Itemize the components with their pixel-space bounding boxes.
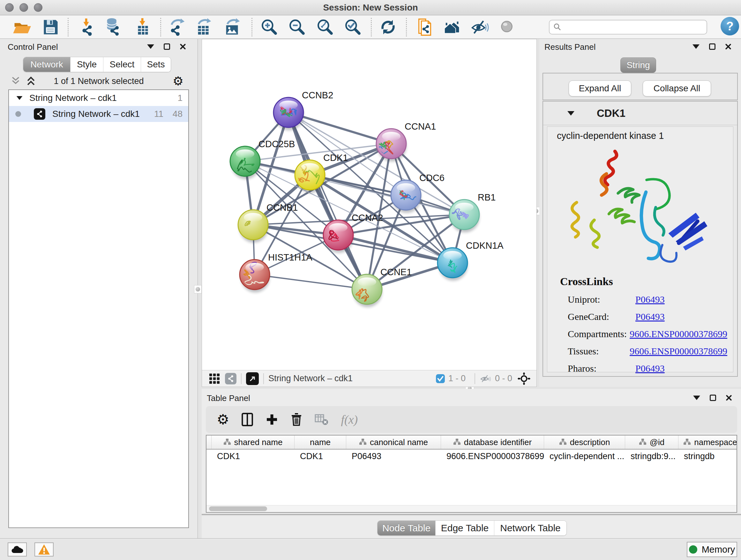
panel-menu-icon[interactable] (692, 44, 699, 49)
panel-close-icon[interactable] (726, 395, 732, 401)
zoom-fit-icon (315, 17, 334, 37)
network-collection-row[interactable]: String Network – cdk1 1 (9, 90, 188, 106)
entry-expander-icon[interactable] (567, 111, 575, 116)
network-node-CDC6[interactable] (391, 180, 421, 213)
network-node-CDKN1A[interactable] (437, 248, 468, 281)
tree-expander-icon[interactable] (17, 96, 23, 100)
houses-button[interactable] (443, 17, 463, 37)
zoom-fit-button[interactable] (315, 17, 335, 37)
network-type-badge-icon[interactable] (225, 373, 237, 384)
export-network-button[interactable] (167, 17, 187, 37)
save-session-button[interactable] (40, 17, 61, 37)
export-image-button[interactable] (223, 17, 243, 37)
grid-view-icon[interactable] (209, 373, 220, 384)
network-options-gear-icon[interactable]: ⚙ (173, 75, 184, 87)
network-edge-CCNB2-CCNE1[interactable] (288, 112, 367, 289)
column-header-name[interactable]: name (294, 435, 346, 449)
tab-node-table[interactable]: Node Table (378, 521, 435, 536)
hidden-eye-icon[interactable] (480, 374, 492, 383)
column-header-shared-name[interactable]: shared name (212, 435, 294, 449)
tab-network-table[interactable]: Network Table (494, 521, 566, 536)
scrollbar-thumb[interactable] (209, 506, 267, 511)
gene-entry-header[interactable]: CDK1 (543, 102, 737, 125)
zoom-selected-button[interactable] (342, 17, 363, 37)
birdseye-crosshair-icon[interactable] (517, 372, 531, 385)
network-node-CDC25B[interactable] (230, 146, 260, 179)
tab-string[interactable]: String (620, 57, 656, 73)
tab-style[interactable]: Style (71, 57, 104, 72)
crosslink-link[interactable]: 9606.ENSP00000378699 (630, 346, 727, 357)
column-header-canonical-name[interactable]: canonical name (346, 435, 441, 449)
network-canvas[interactable]: CCNB2CCNA1CDC25BCDK1CDC6RB1CCNB1CCNA2CDK… (202, 39, 536, 370)
table-cell[interactable]: CDK1 (294, 449, 346, 463)
zoom-in-button[interactable] (259, 17, 279, 37)
column-header--id[interactable]: @id (625, 435, 678, 449)
export-table-button[interactable] (194, 17, 214, 37)
panel-close-icon[interactable] (180, 44, 186, 50)
panel-float-icon[interactable] (164, 44, 170, 50)
search-input[interactable] (565, 22, 703, 32)
new-network-from-selection-button[interactable] (414, 17, 434, 37)
results-actions-box: Expand All Collapse All (542, 73, 738, 100)
network-node-CCNA1[interactable] (376, 129, 406, 162)
panel-menu-icon[interactable] (147, 44, 154, 49)
open-in-new-window-icon[interactable] (246, 372, 259, 385)
table-options-gear-icon[interactable]: ⚙ (217, 413, 229, 427)
import-network-file-button[interactable] (77, 17, 97, 37)
tab-select[interactable]: Select (104, 57, 141, 72)
crosslink-link[interactable]: P06493 (635, 363, 665, 374)
tab-sets[interactable]: Sets (141, 57, 171, 72)
memory-button[interactable]: Memory (687, 542, 737, 557)
crosslink-row: Tissues:9606.ENSP00000378699 (568, 343, 727, 360)
horizontal-scrollbar[interactable] (206, 505, 737, 512)
column-header-namespace[interactable]: namespace (678, 435, 737, 449)
import-network-database-button[interactable] (103, 17, 124, 37)
show-all-button[interactable] (497, 17, 518, 37)
crosslink-link[interactable]: P06493 (635, 311, 665, 322)
table-row[interactable]: CDK1CDK1P064939606.ENSP00000378699cyclin… (206, 449, 737, 463)
column-header-database-identifier[interactable]: database identifier (441, 435, 544, 449)
table-cell[interactable]: P06493 (346, 449, 441, 463)
collapse-all-button[interactable]: Collapse All (643, 80, 711, 97)
export-table-icon (194, 17, 214, 37)
network-node-CCNE1[interactable] (352, 274, 382, 307)
clear-table-icon[interactable] (315, 414, 329, 426)
table-cell[interactable]: CDK1 (212, 449, 294, 463)
network-node-HIST1H1A[interactable] (240, 260, 270, 293)
network-node-CCNB1[interactable] (238, 210, 268, 243)
crosslink-link[interactable]: 9606.ENSP00000378699 (630, 328, 727, 339)
table-panel: Table Panel ⚙ f(x) (202, 389, 741, 538)
hide-selection-button[interactable] (470, 17, 490, 37)
help-button[interactable]: ? (721, 17, 739, 36)
network-edge-CCNB2-CCNA1[interactable] (288, 112, 391, 144)
table-cell[interactable]: 9606.ENSP00000378699 (441, 449, 544, 463)
show-columns-icon[interactable] (241, 413, 253, 427)
left-splitter-handle[interactable] (194, 285, 202, 294)
warnings-button[interactable] (35, 543, 54, 557)
expand-all-button[interactable]: Expand All (569, 80, 631, 97)
network-node-RB1[interactable] (449, 199, 479, 233)
panel-close-icon[interactable] (725, 44, 731, 50)
network-edge-CCNE1-HIST1H1A[interactable] (255, 274, 367, 289)
delete-column-trash-icon[interactable] (290, 413, 302, 427)
table-cell[interactable]: cyclin-dependent ... (544, 449, 625, 463)
function-builder-icon[interactable]: f(x) (341, 413, 358, 427)
tab-network[interactable]: Network (23, 57, 71, 72)
panel-float-icon[interactable] (710, 395, 716, 401)
crosslink-link[interactable]: P06493 (635, 294, 665, 305)
refresh-button[interactable] (378, 17, 398, 37)
column-header-description[interactable]: description (544, 435, 625, 449)
selected-checkbox-icon[interactable] (435, 374, 445, 383)
cloud-status-button[interactable] (8, 543, 27, 557)
panel-menu-icon[interactable] (693, 395, 700, 400)
network-row[interactable]: String Network – cdk1 11 48 (9, 106, 188, 122)
panel-float-icon[interactable] (709, 44, 716, 50)
table-cell[interactable]: stringdb:9... (625, 449, 678, 463)
toolbar-separator (406, 18, 407, 37)
import-table-button[interactable] (133, 17, 153, 37)
zoom-out-button[interactable] (286, 17, 307, 37)
table-cell[interactable]: stringdb (678, 449, 737, 463)
tab-edge-table[interactable]: Edge Table (435, 521, 494, 536)
open-session-button[interactable] (11, 17, 32, 37)
add-column-icon[interactable] (266, 413, 278, 426)
